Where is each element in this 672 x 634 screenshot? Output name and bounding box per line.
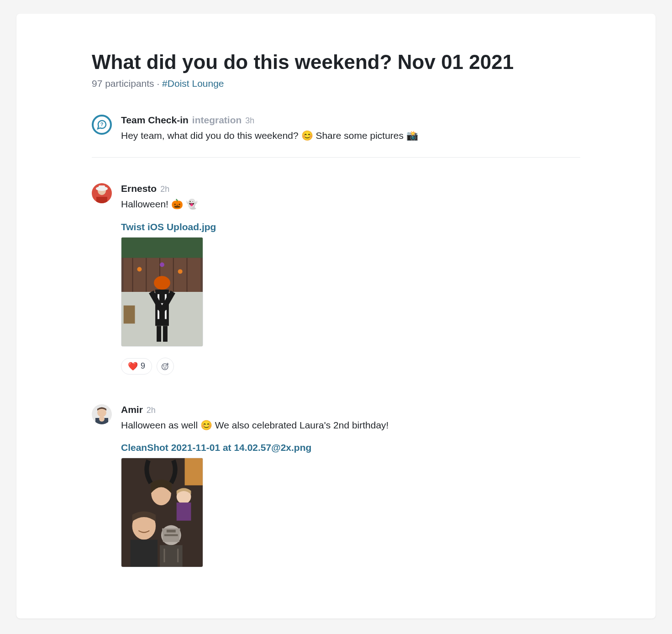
svg-rect-28 bbox=[157, 326, 161, 342]
attachment-link[interactable]: Twist iOS Upload.jpg bbox=[121, 222, 580, 232]
author-badge: integration bbox=[192, 115, 242, 126]
svg-rect-46 bbox=[131, 540, 158, 567]
post-header: Ernesto 2h bbox=[121, 183, 580, 194]
attachment-thumbnail[interactable] bbox=[121, 237, 203, 347]
svg-rect-44 bbox=[177, 502, 191, 521]
svg-point-32 bbox=[163, 365, 164, 366]
svg-rect-25 bbox=[165, 310, 167, 319]
thread-title: What did you do this weekend? Nov 01 202… bbox=[92, 50, 580, 74]
post-text: Halloween! 🎃 👻 bbox=[121, 197, 580, 211]
post-body: Team Check-in integration 3h Hey team, w… bbox=[121, 115, 580, 143]
attachment-link[interactable]: CleanShot 2021-11-01 at 14.02.57@2x.png bbox=[121, 442, 580, 453]
post-header: Team Check-in integration 3h bbox=[121, 115, 580, 126]
post-time: 2h bbox=[147, 406, 156, 415]
post: Amir 2h Halloween as well 😊 We also cele… bbox=[92, 404, 580, 582]
meta-separator: · bbox=[154, 78, 163, 89]
post: Ernesto 2h Halloween! 🎃 👻 Twist iOS Uplo… bbox=[92, 183, 580, 390]
avatar-bot-icon[interactable]: ? bbox=[92, 115, 112, 135]
svg-rect-5 bbox=[96, 197, 107, 203]
svg-point-39 bbox=[99, 416, 105, 422]
svg-rect-24 bbox=[158, 310, 159, 319]
author-name[interactable]: Team Check-in bbox=[121, 115, 189, 126]
thread-card: What did you do this weekend? Nov 01 202… bbox=[16, 14, 656, 618]
svg-rect-41 bbox=[185, 458, 203, 486]
svg-text:?: ? bbox=[100, 122, 104, 127]
post-text: Halloween as well 😊 We also celebrated L… bbox=[121, 418, 580, 433]
participants-count: 97 participants bbox=[92, 78, 154, 89]
avatar[interactable] bbox=[92, 183, 112, 203]
heart-icon: ❤️ bbox=[128, 361, 138, 371]
avatar[interactable] bbox=[92, 404, 112, 424]
svg-point-33 bbox=[166, 365, 166, 366]
svg-rect-8 bbox=[121, 238, 203, 258]
svg-point-19 bbox=[154, 276, 170, 290]
reaction-heart[interactable]: ❤️ 9 bbox=[121, 358, 152, 375]
channel-link[interactable]: #Doist Lounge bbox=[162, 78, 224, 89]
attachment-thumbnail[interactable] bbox=[121, 458, 203, 567]
reactions-bar: ❤️ 9 bbox=[121, 358, 580, 375]
post-body: Amir 2h Halloween as well 😊 We also cele… bbox=[121, 404, 580, 568]
post-time: 3h bbox=[245, 116, 254, 126]
author-name[interactable]: Amir bbox=[121, 404, 143, 415]
post-time: 2h bbox=[160, 185, 169, 194]
add-reaction-button[interactable] bbox=[157, 358, 174, 375]
post-text: Hey team, what did you do this weekend? … bbox=[121, 128, 580, 143]
reaction-count: 9 bbox=[141, 361, 145, 371]
svg-rect-29 bbox=[163, 326, 168, 342]
author-name[interactable]: Ernesto bbox=[121, 183, 157, 194]
svg-point-17 bbox=[178, 269, 183, 274]
svg-rect-48 bbox=[167, 530, 176, 533]
svg-point-31 bbox=[162, 364, 168, 370]
svg-rect-4 bbox=[99, 185, 105, 189]
post-header: Amir 2h bbox=[121, 404, 580, 415]
svg-point-15 bbox=[137, 267, 142, 271]
svg-rect-50 bbox=[160, 545, 183, 567]
post-body: Ernesto 2h Halloween! 🎃 👻 Twist iOS Uplo… bbox=[121, 183, 580, 375]
post: ? Team Check-in integration 3h Hey team,… bbox=[92, 115, 580, 158]
svg-rect-49 bbox=[164, 534, 178, 536]
thread-meta: 97 participants · #Doist Lounge bbox=[92, 78, 580, 89]
svg-rect-30 bbox=[124, 306, 135, 324]
svg-point-16 bbox=[160, 262, 164, 267]
